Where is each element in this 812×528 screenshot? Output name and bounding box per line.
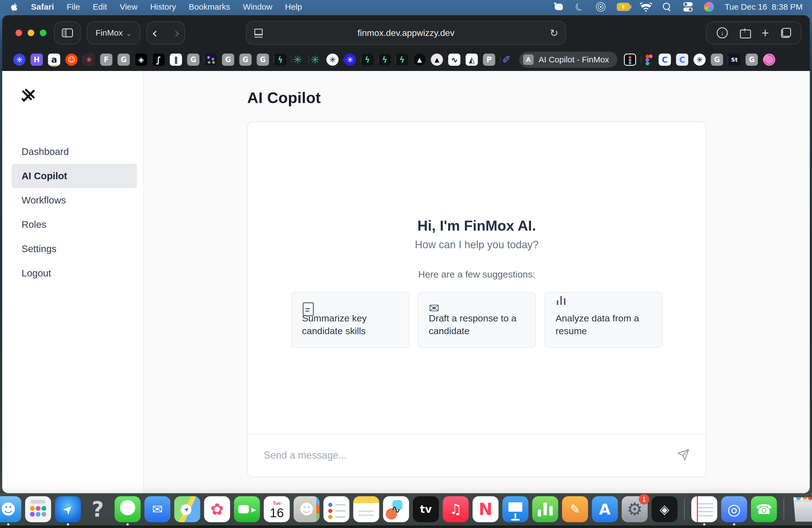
dock-calendar[interactable] [264, 496, 290, 522]
dock-numbers[interactable] [532, 496, 558, 522]
new-tab-button[interactable]: + [762, 27, 769, 39]
dock-news[interactable] [473, 496, 498, 522]
favicon-bolt4[interactable] [396, 54, 408, 66]
dock-freeform[interactable] [383, 496, 409, 522]
battery-charging-icon[interactable] [615, 1, 632, 13]
dock-maps[interactable] [174, 496, 200, 522]
favicon-grid[interactable] [205, 54, 217, 66]
favicon-g1[interactable] [118, 54, 130, 66]
page-format-icon[interactable] [254, 28, 262, 38]
sidebar-item-logout[interactable]: Logout [12, 261, 137, 285]
favicon-st[interactable] [728, 54, 740, 66]
url-text[interactable]: finmox.dev.appwizzy.dev [262, 28, 550, 38]
share-button[interactable] [740, 27, 749, 39]
menu-help[interactable]: Help [285, 2, 302, 12]
dock-photos[interactable] [204, 496, 230, 522]
send-icon[interactable] [677, 449, 690, 462]
menu-app-name[interactable]: Safari [31, 2, 54, 12]
suggestion-summarize[interactable]: Summarize key candidate skills [291, 292, 409, 348]
apple-menu-icon[interactable] [10, 1, 20, 12]
favicon-swirl-green1[interactable] [292, 54, 304, 66]
favicon-c1[interactable] [659, 54, 671, 66]
control-center-icon[interactable] [682, 1, 694, 13]
minimize-button[interactable] [28, 30, 34, 36]
favicon-integral-s[interactable] [153, 54, 164, 66]
menu-history[interactable]: History [150, 2, 176, 12]
favicon-swirl-green2[interactable] [309, 54, 321, 66]
reload-icon[interactable]: ↻ [550, 27, 558, 39]
favicon-p[interactable] [483, 54, 495, 66]
menu-clock[interactable]: Tue Dec 16 8:38 PM [725, 2, 802, 12]
favicon-openai-blue[interactable] [13, 54, 25, 66]
fullscreen-button[interactable] [40, 30, 46, 36]
forward-button[interactable]: › [169, 26, 185, 40]
sidebar-item-workflows[interactable]: Workflows [12, 188, 137, 212]
favicon-figma-dark[interactable] [624, 54, 636, 66]
focus-moon-icon[interactable] [574, 1, 586, 13]
favicon-sailboat[interactable] [466, 54, 478, 66]
favicon-amazon[interactable] [48, 54, 60, 66]
favicon-wave[interactable] [448, 54, 460, 66]
address-bar[interactable]: finmox.dev.appwizzy.dev ↻ [246, 21, 566, 45]
dock-missing-app[interactable] [85, 496, 111, 522]
dock-mail[interactable] [144, 496, 170, 522]
favicon-g4[interactable] [240, 54, 251, 66]
favicon-bolt2[interactable] [361, 54, 373, 66]
dock-app-store[interactable] [592, 496, 618, 522]
dock-notes[interactable] [353, 496, 379, 522]
app-status-animal-icon[interactable] [552, 1, 565, 13]
favicon-openai-blue2[interactable] [344, 54, 356, 66]
sidebar-item-settings[interactable]: Settings [12, 237, 137, 261]
downloads-button[interactable]: ↓ [717, 27, 728, 39]
dock-contacts[interactable] [294, 496, 320, 522]
favicon-dribbble[interactable] [763, 54, 775, 66]
site-menu-button[interactable]: FinMox ⌄ [87, 21, 140, 44]
dock-music[interactable] [443, 496, 469, 522]
favicon-diamond[interactable] [135, 54, 147, 66]
favicon-pen[interactable] [501, 54, 512, 66]
active-tab[interactable]: A AI Copilot - FinMox [519, 52, 617, 68]
dock-messages[interactable] [115, 496, 141, 522]
favicon-f[interactable] [100, 54, 112, 66]
favicon-g6[interactable] [711, 54, 723, 66]
siri-icon[interactable] [702, 1, 715, 13]
menu-window[interactable]: Window [243, 2, 272, 12]
sidebar-item-ai-copilot[interactable]: AI Copilot [12, 164, 137, 188]
favicon-pause[interactable] [170, 54, 182, 66]
favicon-openai-white2[interactable] [694, 54, 706, 66]
wifi-icon[interactable] [640, 1, 652, 13]
menu-bookmarks[interactable]: Bookmarks [189, 2, 230, 12]
favicon-reddit[interactable] [66, 54, 77, 66]
favicon-bolt3[interactable] [379, 54, 391, 66]
favicon-h[interactable] [31, 54, 43, 66]
favicon-g7[interactable] [746, 54, 758, 66]
spotlight-search-icon[interactable] [661, 1, 673, 13]
dock-launchpad[interactable] [25, 496, 51, 522]
dock-dev-cube[interactable] [652, 496, 678, 522]
favicon-bolt1[interactable] [274, 54, 286, 66]
dock-apple-tv[interactable] [413, 496, 439, 522]
dock-quicktime[interactable] [721, 496, 747, 522]
dock-facetime[interactable] [234, 496, 260, 522]
airdrop-icon[interactable] [594, 1, 607, 13]
dock-phone[interactable] [751, 496, 777, 522]
suggestion-draft[interactable]: Draft a response to a candidate [418, 292, 536, 348]
favicon-openai-white[interactable] [327, 54, 338, 66]
menu-view[interactable]: View [120, 2, 137, 12]
favicon-play-dark[interactable] [414, 54, 425, 66]
favicon-g2[interactable] [187, 54, 199, 66]
dock-pages[interactable] [562, 496, 588, 522]
dock-textedit[interactable] [691, 496, 717, 522]
favicon-c2[interactable] [676, 54, 688, 66]
dock-finder[interactable] [0, 496, 21, 522]
favicon-g5[interactable] [257, 54, 269, 66]
menu-file[interactable]: File [67, 2, 80, 12]
dock-keynote[interactable] [503, 496, 528, 522]
dock-reminders[interactable] [323, 496, 349, 522]
favicon-g3[interactable] [222, 54, 234, 66]
close-button[interactable] [15, 30, 22, 36]
dock-trash[interactable] [791, 496, 812, 522]
sidebar-item-dashboard[interactable]: Dashboard [12, 140, 137, 164]
dock-safari[interactable] [55, 496, 81, 522]
favicon-hubspot[interactable] [83, 54, 95, 66]
